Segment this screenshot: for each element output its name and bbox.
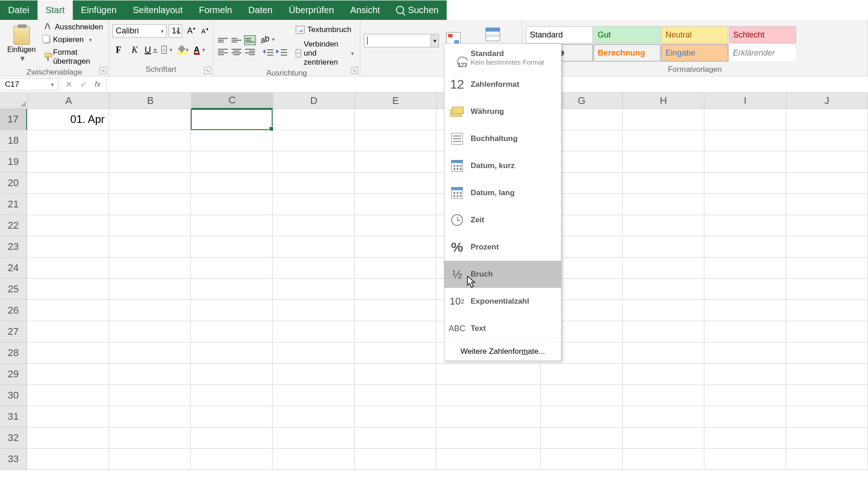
format-option-currency[interactable]: Währung — [444, 98, 561, 125]
cell[interactable] — [623, 364, 704, 385]
cell[interactable] — [273, 343, 354, 364]
cell[interactable] — [273, 194, 354, 215]
cell[interactable] — [109, 194, 191, 215]
cell[interactable]: 01. Apr — [27, 109, 109, 130]
cell[interactable] — [27, 258, 109, 279]
cell[interactable] — [354, 194, 436, 215]
format-option-long-date[interactable]: Datum, lang — [444, 179, 561, 206]
tab-formeln[interactable]: Formeln — [191, 0, 240, 20]
cell[interactable] — [436, 385, 541, 406]
cell[interactable] — [623, 406, 704, 427]
cell[interactable] — [704, 343, 786, 364]
format-option-accounting[interactable]: Buchhaltung — [444, 125, 561, 152]
cell[interactable] — [109, 215, 191, 236]
cell[interactable] — [191, 173, 273, 194]
cell[interactable] — [354, 236, 436, 258]
cell[interactable] — [273, 300, 354, 321]
col-header-E[interactable]: E — [355, 93, 437, 109]
style-gut[interactable]: Gut — [594, 26, 660, 43]
cell[interactable] — [786, 279, 868, 300]
merge-center-button[interactable]: Verbinden und zentrieren ▼ — [294, 39, 356, 68]
cell[interactable] — [623, 258, 704, 279]
row-header-29[interactable]: 29 — [0, 364, 27, 385]
cell[interactable] — [541, 364, 623, 385]
cell[interactable] — [27, 279, 109, 300]
cell[interactable] — [623, 130, 704, 151]
align-center-button[interactable] — [231, 47, 242, 57]
cell[interactable] — [704, 427, 786, 449]
tab-einfuegen[interactable]: Einfügen — [73, 0, 125, 20]
cell[interactable] — [541, 449, 623, 470]
cell[interactable] — [704, 109, 786, 130]
cell[interactable] — [109, 427, 191, 449]
cell[interactable] — [354, 300, 436, 321]
cell[interactable] — [109, 364, 191, 385]
tab-ansicht[interactable]: Ansicht — [342, 0, 388, 20]
cell[interactable] — [354, 343, 436, 364]
col-header-H[interactable]: H — [623, 93, 705, 109]
borders-button[interactable]: ▼ — [161, 44, 173, 56]
cell[interactable] — [623, 279, 704, 300]
cell[interactable] — [354, 385, 436, 406]
cell[interactable] — [354, 173, 436, 194]
col-header-C[interactable]: C — [192, 93, 274, 109]
cell[interactable] — [786, 236, 868, 258]
cell[interactable] — [786, 215, 868, 236]
style-erklaerender[interactable]: Erklärender — [729, 44, 796, 61]
cell[interactable] — [704, 300, 786, 321]
cell[interactable] — [273, 279, 354, 300]
cell[interactable] — [354, 321, 436, 343]
cell[interactable] — [623, 194, 704, 215]
cell[interactable] — [191, 194, 273, 215]
col-header-I[interactable]: I — [704, 93, 786, 109]
cell[interactable] — [191, 258, 273, 279]
cell[interactable] — [354, 151, 436, 173]
cell[interactable] — [109, 321, 191, 343]
insert-function-button[interactable]: fx — [91, 78, 104, 91]
cell[interactable] — [27, 385, 109, 406]
format-option-standard[interactable]: Standard Kein bestimmtes Format — [444, 44, 561, 71]
cell[interactable] — [623, 321, 704, 343]
cell[interactable] — [786, 258, 868, 279]
number-format-combo[interactable]: ▼ — [364, 34, 439, 47]
cancel-button[interactable]: ✕ — [62, 78, 75, 91]
increase-indent-button[interactable] — [276, 47, 288, 59]
cell[interactable] — [273, 258, 354, 279]
cell[interactable] — [354, 364, 436, 385]
italic-button[interactable]: K — [129, 44, 141, 56]
cell-styles-gallery[interactable]: Standard Gut Neutral Schlecht Ausgabe Be… — [526, 26, 864, 61]
cell[interactable] — [786, 130, 868, 151]
tab-daten[interactable]: Daten — [240, 0, 280, 20]
select-all-corner[interactable] — [0, 93, 28, 109]
cell[interactable] — [191, 151, 273, 173]
underline-button[interactable]: U ▼ — [145, 44, 157, 56]
cell[interactable] — [623, 236, 704, 258]
cell[interactable] — [704, 364, 786, 385]
col-header-B[interactable]: B — [110, 93, 192, 109]
cell[interactable] — [623, 109, 704, 130]
cell[interactable] — [191, 427, 273, 449]
shrink-font-button[interactable]: A — [198, 25, 209, 37]
cell[interactable] — [786, 406, 868, 427]
style-schlecht[interactable]: Schlecht — [729, 26, 796, 43]
style-eingabe[interactable]: Eingabe — [661, 44, 728, 61]
align-middle-button[interactable] — [231, 35, 242, 45]
align-top-button[interactable] — [217, 35, 229, 45]
format-option-percent[interactable]: % Prozent — [444, 234, 561, 261]
row-header-18[interactable]: 18 — [0, 130, 27, 151]
cell[interactable] — [109, 173, 191, 194]
format-option-scientific[interactable]: 102 Exponentialzahl — [444, 288, 561, 315]
cell[interactable] — [786, 427, 868, 449]
row-header-24[interactable]: 24 — [0, 258, 27, 279]
cell[interactable] — [704, 406, 786, 427]
style-berechnung[interactable]: Berechnung — [594, 44, 660, 61]
style-neutral[interactable]: Neutral — [661, 26, 728, 43]
cell[interactable] — [354, 130, 436, 151]
cell[interactable] — [436, 427, 541, 449]
cell[interactable] — [27, 449, 109, 470]
cell[interactable] — [191, 109, 273, 130]
cell[interactable] — [273, 427, 354, 449]
tab-search[interactable]: Suchen — [388, 0, 447, 20]
row-header-28[interactable]: 28 — [0, 343, 27, 364]
cell[interactable] — [27, 194, 109, 215]
